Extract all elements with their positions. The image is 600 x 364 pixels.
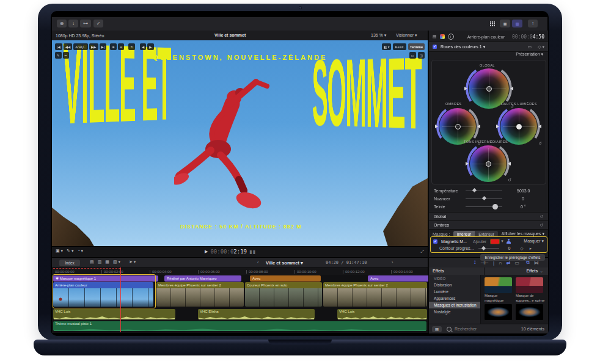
hue-slider[interactable] (466, 198, 502, 199)
effect-enabled-checkbox[interactable]: ✓ (433, 45, 437, 49)
category-nostalgie[interactable]: Nostalgie (429, 308, 480, 315)
clip-appearance-icon-3[interactable]: ▦ (105, 260, 109, 264)
keyframe-diamond-icon[interactable]: ◇ (520, 246, 523, 251)
temperature-slider[interactable] (466, 191, 502, 191)
browser-view-button[interactable] (487, 20, 497, 27)
reset-shadows-section-icon[interactable]: ↺ (540, 223, 543, 228)
effect-name-menu[interactable]: Roues des couleurs 1 ▾ (441, 45, 485, 49)
sidebar-toggle-button[interactable]: ▤ (432, 326, 442, 332)
color-inspector-icon[interactable] (440, 34, 445, 39)
audio-clip[interactable]: VHC Luis (53, 309, 175, 319)
play-icon[interactable]: ▶ (205, 249, 208, 254)
previous-frame-button[interactable]: ◀ (140, 43, 146, 50)
presentation-menu[interactable]: Présentation ▾ (516, 52, 543, 57)
tint-slider[interactable] (466, 206, 502, 207)
category-masques-incrustation[interactable]: Masques et incrustation (429, 302, 480, 308)
keyword-button[interactable]: ⊶ (80, 20, 91, 27)
done-button[interactable]: Terminé (408, 43, 425, 50)
color-wheel-shadows[interactable] (439, 108, 476, 145)
tint-value[interactable]: 0 ° (521, 205, 526, 209)
category-distorsion[interactable]: Distorsion (429, 282, 480, 288)
effect-thumb-masque-magnetique[interactable] (485, 277, 512, 293)
title-clip[interactable]: Avec (368, 275, 432, 282)
audio-meters-icon[interactable]: ▮▮ (249, 249, 256, 255)
title-clip[interactable]: Avec (250, 275, 321, 282)
mask-enabled-checkbox[interactable]: ✓ (433, 239, 437, 244)
expand-viewer-icon[interactable]: ⤢ (420, 249, 424, 254)
erase-stroke-button[interactable]: ✏ (63, 52, 70, 59)
share-button[interactable]: ↑ (528, 20, 538, 27)
onion-skin-button[interactable]: ▭ (409, 52, 416, 59)
keyframe-menu[interactable]: ◇ ▾ (538, 45, 544, 49)
mask-mode-menu[interactable]: Masquer ▾ (524, 239, 544, 244)
playhead[interactable] (120, 268, 121, 332)
music-clip[interactable]: Thème musical piste 1 (53, 321, 426, 331)
zoom-out-button[interactable]: ⊖ (118, 43, 125, 50)
fast-forward-button[interactable]: ▶▶ (89, 43, 98, 50)
color-wheel-midtones[interactable] (470, 145, 507, 182)
next-keyframe-icon[interactable]: ▸ (530, 246, 532, 251)
subject-person-icon[interactable] (507, 239, 511, 244)
background-tasks-button[interactable]: ✓ (93, 20, 103, 27)
retime-tool-menu[interactable]: ◔ ▾ (77, 249, 83, 253)
reset-global-section-icon[interactable]: ↺ (540, 214, 543, 219)
sort-icon[interactable]: ⌄ (540, 269, 543, 274)
audio-clip[interactable]: VHC Elisha (198, 309, 315, 319)
info-inspector-icon[interactable]: i (448, 34, 454, 40)
inspector-toggle-button[interactable]: ▥ (512, 20, 522, 27)
save-effect-preset-button[interactable]: Enregistrer le préréglage d'effets (480, 254, 545, 261)
zoom-level-menu[interactable]: 136 % ▾ (371, 33, 386, 38)
effect-thumb-vignette-2[interactable] (516, 304, 543, 320)
crop-tool-menu[interactable]: ▣ ▾ (56, 249, 63, 253)
shadows-section-row[interactable]: Ombres ↺ (429, 220, 548, 230)
category-apparences[interactable]: Apparences (429, 295, 480, 302)
hue-value[interactable]: 0 (522, 197, 524, 201)
swatch-chevron-icon[interactable]: ▾ (501, 239, 503, 244)
mask-thumb-icon[interactable]: ▭ (528, 45, 532, 49)
reset-button[interactable]: Réinit. (393, 43, 406, 50)
analyze-button[interactable]: Analy... (73, 43, 88, 50)
effect-thumb-vignette-1[interactable] (485, 304, 512, 320)
view-menu[interactable]: Visionner ▾ (396, 33, 417, 38)
effect-thumb-masque-suppression[interactable] (516, 277, 543, 293)
magnetic-mask-box[interactable]: ✓ Magnetic M... Ajouter ▾ Masquer ▾ Cont… (430, 236, 547, 253)
index-button[interactable]: Index (59, 260, 80, 266)
viewer-canvas[interactable]: QUEENSTOWN, NOUVELLE-ZÉLANDE VILLE ET SO… (52, 40, 428, 246)
skimming-icon[interactable]: ⟟ (474, 260, 476, 266)
mask-tool-menu[interactable]: ◧ ▾ (382, 43, 392, 50)
global-section-row[interactable]: Global ↺ (429, 212, 548, 221)
category-lumiere[interactable]: Lumière (429, 288, 480, 295)
clip-appearance-icon-2[interactable]: ▥ (98, 260, 102, 264)
show-masks-menu[interactable]: Afficher les masques ▾ (502, 231, 544, 236)
timeline-project-menu[interactable]: Ville et sommet ▾ (266, 260, 303, 266)
crop-overlay-button[interactable]: ◫ (418, 52, 425, 59)
feather-slider[interactable] (478, 248, 499, 249)
rewind-button[interactable]: ◀◀ (64, 43, 72, 50)
go-to-end-button[interactable]: ▶| (100, 43, 107, 50)
add-label[interactable]: Ajouter (473, 239, 486, 244)
clip-appearance-icon-1[interactable]: ▤ (90, 260, 94, 264)
title-clip[interactable]: Réalisé par Antonio Manriquez (164, 275, 241, 282)
mask-color-swatch[interactable] (490, 239, 500, 244)
clip-appearance-menu[interactable]: ▧ ▾ (113, 260, 120, 264)
effects-search-input[interactable]: Rechercher (455, 327, 477, 331)
video-clip[interactable]: Membres équipe Phoenix sur sentier 2 (156, 282, 244, 307)
previous-project-arrow[interactable]: ‹ (257, 260, 258, 264)
loop-button[interactable]: ⟲ (128, 43, 135, 50)
audio-clip[interactable]: VHC Luis (337, 309, 427, 319)
video-clip[interactable]: Coureur Phoenix en solo (245, 282, 322, 307)
import-media-button[interactable]: ⊕ (57, 20, 67, 27)
draw-stroke-button[interactable]: ✎ (55, 52, 62, 59)
next-project-arrow[interactable]: › (392, 260, 393, 264)
next-frame-button[interactable]: ▶ (147, 43, 153, 50)
cursor-tool-menu[interactable]: ➤ ▾ (129, 260, 136, 264)
effect-row[interactable]: ✓ Roues des couleurs 1 ▾ ▭ ◇ ▾ (429, 42, 548, 52)
feather-value[interactable]: 0 (508, 246, 510, 250)
video-inspector-icon[interactable]: ▤ (433, 34, 437, 39)
download-button[interactable]: ↓ (68, 20, 78, 27)
index-view-button[interactable]: ▦ (500, 20, 510, 27)
reset-midtones-wheel-icon[interactable]: ↺ (508, 178, 511, 183)
go-to-start-button[interactable]: |◀ (55, 43, 62, 50)
draw-mask-tool-menu[interactable]: ✎ ▾ (67, 249, 73, 253)
video-clip[interactable]: Membres équipe Phoenix sur sentier 2 (323, 282, 427, 307)
